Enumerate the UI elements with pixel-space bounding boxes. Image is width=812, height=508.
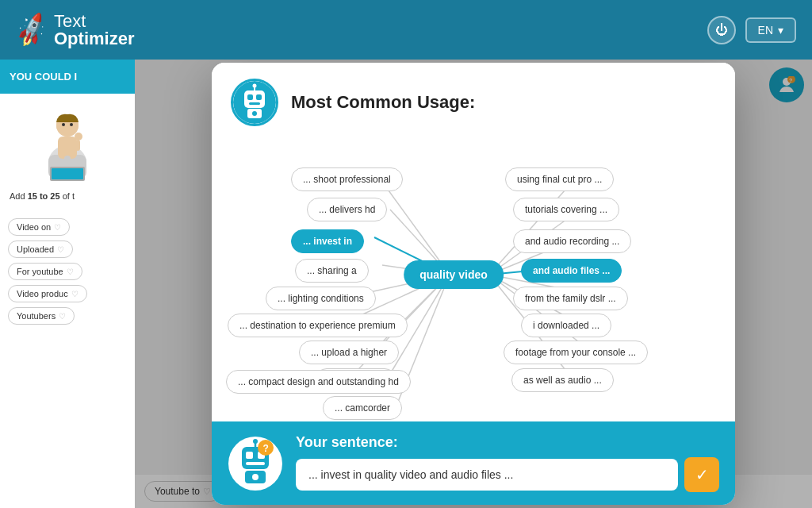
node-audiorecording[interactable]: and audio recording ...: [513, 229, 631, 253]
main-area: YOU COULD I: [0, 60, 812, 508]
sentence-confirm-button[interactable]: ✓: [684, 457, 719, 492]
svg-rect-18: [256, 94, 262, 100]
center-node[interactable]: quality video: [404, 260, 504, 289]
modal-bottom: ? Your sentence: ✓: [212, 421, 735, 505]
svg-point-21: [253, 84, 257, 88]
tag-video-produc[interactable]: Video produc ♡: [8, 285, 87, 302]
logo-text: Text: [54, 13, 134, 30]
svg-point-50: [253, 439, 258, 444]
right-area: ?: [135, 60, 812, 508]
svg-point-52: [252, 474, 259, 480]
svg-rect-48: [246, 462, 265, 465]
svg-text:?: ?: [263, 443, 269, 454]
node-compact[interactable]: ... compact design and outstanding hd: [226, 370, 411, 394]
bottom-robot-icon: ?: [228, 436, 283, 491]
svg-rect-7: [75, 140, 80, 151]
node-shoot[interactable]: ... shoot professional: [291, 167, 403, 191]
heart-icon: ♡: [59, 312, 66, 321]
svg-rect-4: [58, 137, 77, 159]
logo: 🚀 Text Optimizer: [16, 13, 134, 48]
modal-avatar: [231, 79, 278, 126]
node-delivers[interactable]: ... delivers hd: [307, 198, 387, 221]
sidebar-illustration: [10, 111, 125, 183]
svg-point-23: [252, 111, 257, 116]
bottom-avatar: ?: [228, 436, 283, 491]
svg-rect-11: [52, 168, 83, 179]
node-camcorder[interactable]: ... camcorder: [323, 396, 402, 420]
svg-rect-19: [249, 102, 260, 105]
heart-icon: ♡: [67, 267, 74, 276]
heart-icon: ♡: [71, 290, 79, 298]
node-invest[interactable]: ... invest in: [291, 229, 364, 253]
node-finalcut[interactable]: using final cut pro ...: [505, 167, 614, 191]
modal-overlay: Most Common Usage:: [135, 60, 812, 508]
power-button[interactable]: ⏻: [707, 16, 736, 44]
rocket-icon: 🚀: [12, 10, 52, 49]
node-lighting[interactable]: ... lighting conditions: [266, 287, 376, 310]
modal: Most Common Usage:: [212, 63, 735, 505]
sidebar-banner: YOU COULD I: [0, 60, 135, 94]
heart-icon: ♡: [54, 223, 61, 232]
chevron-down-icon: ▾: [778, 24, 783, 37]
node-audiofiles[interactable]: and audio files ...: [521, 259, 622, 283]
node-upload[interactable]: ... upload a higher: [299, 341, 399, 364]
tag-for-youtube[interactable]: For youtube ♡: [8, 263, 82, 280]
language-selector[interactable]: EN ▾: [745, 17, 796, 43]
svg-point-8: [62, 123, 65, 126]
sentence-label: Your sentence:: [296, 434, 719, 451]
language-label: EN: [758, 24, 773, 37]
sentence-input[interactable]: [296, 459, 678, 491]
node-sharing[interactable]: ... sharing a: [295, 259, 369, 283]
sidebar-tags: Video on ♡ Uploaded ♡ For youtube ♡ Vide…: [0, 212, 135, 331]
svg-rect-17: [247, 94, 253, 100]
tag-youtubers[interactable]: Youtubers ♡: [8, 307, 75, 325]
node-footage[interactable]: footage from your console ...: [504, 341, 648, 364]
svg-point-6: [75, 133, 82, 140]
node-downloaded[interactable]: i downloaded ...: [521, 314, 611, 337]
node-familydslr[interactable]: from the family dslr ...: [513, 287, 628, 310]
sidebar-add-text: Add 15 to 25 of t: [10, 190, 125, 202]
person-illustration: [36, 111, 99, 183]
sentence-input-row: ✓: [296, 457, 719, 492]
node-aswell[interactable]: as well as audio ...: [511, 368, 614, 392]
header-controls: ⏻ EN ▾: [707, 16, 796, 44]
tag-uploaded[interactable]: Uploaded ♡: [8, 241, 73, 258]
tag-video-on[interactable]: Video on ♡: [8, 218, 70, 236]
sidebar: YOU COULD I: [0, 60, 135, 508]
robot-avatar-icon: [233, 81, 276, 124]
sidebar-content: Add 15 to 25 of t: [0, 94, 135, 212]
modal-title: Most Common Usage:: [291, 92, 475, 113]
svg-point-9: [70, 123, 73, 126]
sentence-area: Your sentence: ✓: [296, 434, 719, 492]
modal-header: Most Common Usage:: [212, 63, 735, 136]
heart-icon: ♡: [57, 245, 64, 254]
node-tutorials[interactable]: tutorials covering ...: [513, 198, 619, 221]
svg-rect-44: [246, 452, 253, 459]
svg-rect-16: [244, 90, 265, 108]
node-destination[interactable]: ... destination to experience premium: [228, 314, 408, 337]
header: 🚀 Text Optimizer ⏻ EN ▾: [0, 0, 812, 60]
mindmap-area: quality video ... shoot professional ...…: [212, 136, 735, 421]
logo-text-2: Optimizer: [54, 30, 134, 48]
